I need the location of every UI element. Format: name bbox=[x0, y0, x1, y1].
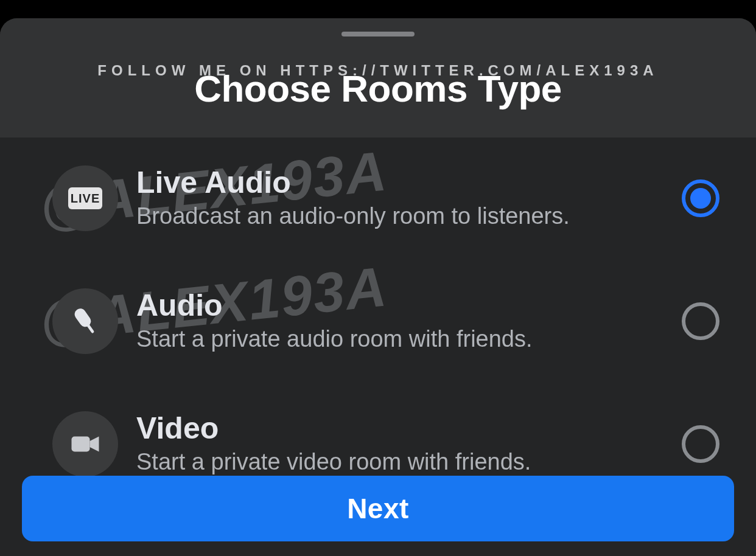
live-icon: LIVE bbox=[52, 165, 118, 231]
radio-video[interactable] bbox=[682, 425, 719, 463]
grabber-handle[interactable] bbox=[341, 32, 415, 36]
option-text: Live Audio Broadcast an audio-only room … bbox=[136, 167, 663, 230]
option-live-audio[interactable]: LIVE Live Audio Broadcast an audio-only … bbox=[0, 150, 756, 247]
video-camera-icon bbox=[52, 411, 118, 477]
room-type-options: LIVE Live Audio Broadcast an audio-only … bbox=[0, 137, 756, 493]
option-subtitle: Start a private audio room with friends. bbox=[136, 326, 663, 353]
sheet-header: FOLLOW ME ON HTTPS://TWITTER.COM/ALEX193… bbox=[0, 18, 756, 137]
option-subtitle: Start a private video room with friends. bbox=[136, 449, 663, 476]
svg-rect-2 bbox=[72, 437, 90, 452]
option-text: Video Start a private video room with fr… bbox=[136, 412, 663, 476]
option-text: Audio Start a private audio room with fr… bbox=[136, 290, 663, 353]
live-badge: LIVE bbox=[68, 187, 102, 209]
sheet-title: Choose Rooms Type bbox=[194, 67, 562, 110]
bottom-sheet: FOLLOW ME ON HTTPS://TWITTER.COM/ALEX193… bbox=[0, 18, 756, 556]
option-title: Video bbox=[136, 412, 663, 445]
microphone-icon bbox=[52, 288, 118, 354]
option-title: Live Audio bbox=[136, 167, 663, 199]
option-audio[interactable]: Audio Start a private audio room with fr… bbox=[0, 273, 756, 370]
option-title: Audio bbox=[136, 290, 663, 322]
radio-audio[interactable] bbox=[682, 302, 719, 340]
next-button[interactable]: Next bbox=[22, 476, 734, 541]
option-subtitle: Broadcast an audio-only room to listener… bbox=[136, 203, 663, 230]
svg-rect-1 bbox=[86, 324, 94, 333]
radio-live-audio[interactable] bbox=[682, 179, 719, 217]
